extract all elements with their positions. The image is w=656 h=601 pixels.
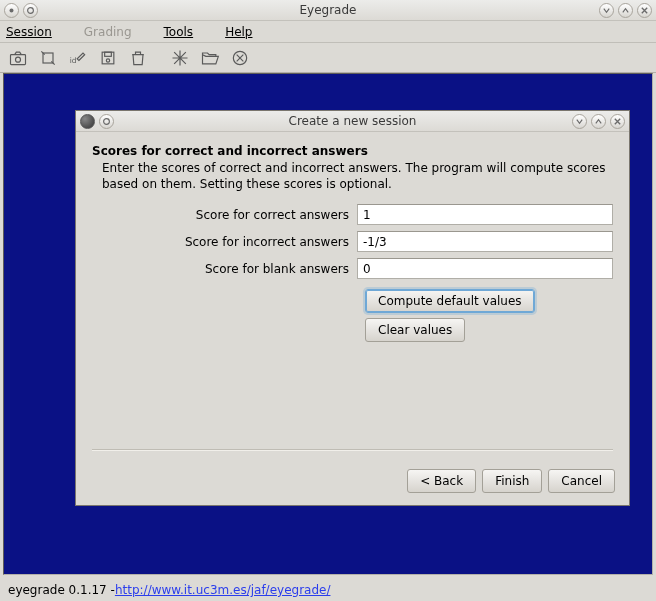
toolbar: id	[0, 43, 656, 73]
label-blank: Score for blank answers	[92, 262, 357, 276]
camera-icon[interactable]	[4, 45, 32, 71]
dialog-footer: < Back Finish Cancel	[76, 459, 629, 505]
svg-rect-7	[105, 52, 112, 56]
dialog-minimize-icon[interactable]	[572, 114, 587, 129]
dialog-maximize-icon[interactable]	[591, 114, 606, 129]
crop-icon[interactable]	[34, 45, 62, 71]
back-button[interactable]: < Back	[407, 469, 476, 493]
maximize-icon[interactable]	[618, 3, 633, 18]
dialog-heading: Scores for correct and incorrect answers	[92, 144, 613, 158]
label-incorrect: Score for incorrect answers	[92, 235, 357, 249]
svg-point-10	[104, 118, 110, 124]
dialog-title: Create a new session	[76, 114, 629, 128]
menubar: Session Grading Tools Help	[0, 21, 656, 43]
save-icon[interactable]	[94, 45, 122, 71]
compute-defaults-button[interactable]: Compute default values	[365, 289, 535, 313]
open-folder-icon[interactable]	[196, 45, 224, 71]
dialog-sticky-icon[interactable]	[99, 114, 114, 129]
input-correct[interactable]	[357, 204, 613, 225]
menu-tools[interactable]: Tools	[164, 25, 210, 39]
minimize-icon[interactable]	[599, 3, 614, 18]
input-blank[interactable]	[357, 258, 613, 279]
window-sticky-icon[interactable]	[23, 3, 38, 18]
svg-rect-2	[11, 54, 26, 64]
svg-point-8	[106, 58, 109, 61]
cancel-circle-icon[interactable]	[226, 45, 254, 71]
label-correct: Score for correct answers	[92, 208, 357, 222]
separator	[92, 449, 613, 451]
edit-id-icon[interactable]: id	[64, 45, 92, 71]
menu-help[interactable]: Help	[225, 25, 268, 39]
dialog-subtext: Enter the scores of correct and incorrec…	[102, 160, 613, 192]
statusbar: eyegrade 0.1.17 - http://www.it.uc3m.es/…	[3, 579, 653, 601]
menu-grading: Grading	[84, 25, 148, 39]
window-menu-icon[interactable]	[4, 3, 19, 18]
star-icon[interactable]	[166, 45, 194, 71]
status-prefix: eyegrade 0.1.17 -	[8, 583, 115, 597]
trash-icon[interactable]	[124, 45, 152, 71]
cancel-button[interactable]: Cancel	[548, 469, 615, 493]
svg-point-0	[10, 8, 14, 12]
window-title: Eyegrade	[0, 3, 656, 17]
close-icon[interactable]	[637, 3, 652, 18]
svg-text:id: id	[70, 56, 77, 65]
clear-values-button[interactable]: Clear values	[365, 318, 465, 342]
finish-button[interactable]: Finish	[482, 469, 542, 493]
new-session-dialog: Create a new session Scores for correct …	[75, 110, 630, 506]
dialog-close-icon[interactable]	[610, 114, 625, 129]
input-incorrect[interactable]	[357, 231, 613, 252]
status-link[interactable]: http://www.it.uc3m.es/jaf/eyegrade/	[115, 583, 331, 597]
app-icon	[80, 114, 95, 129]
dialog-titlebar: Create a new session	[76, 111, 629, 132]
svg-point-1	[28, 7, 34, 13]
window-titlebar: Eyegrade	[0, 0, 656, 21]
svg-point-3	[16, 57, 21, 62]
menu-session[interactable]: Session	[6, 25, 68, 39]
